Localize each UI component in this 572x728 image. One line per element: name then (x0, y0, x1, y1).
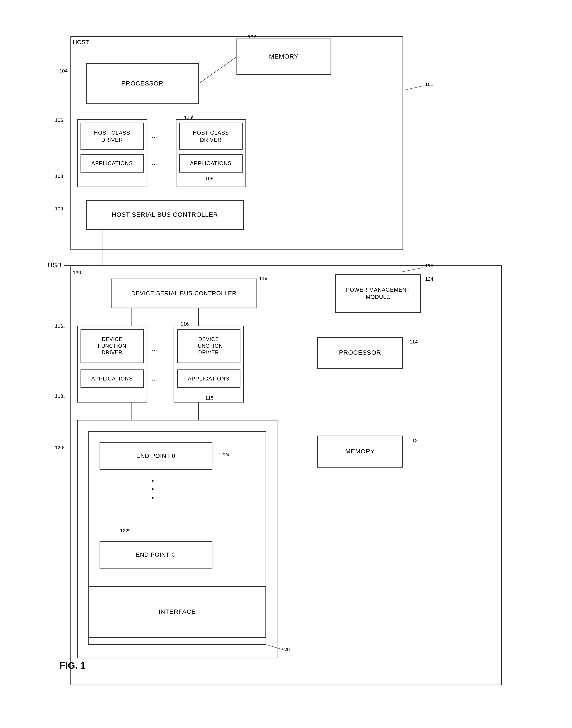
page: HOST 102 101 MEMORY PROCESSOR 104 106₁ H… (28, 14, 544, 714)
ref-122-c: 122ᶜ (120, 528, 130, 534)
ref-104: 104 (60, 68, 68, 74)
svg-line-34 (403, 86, 423, 90)
ref-110: 110 (425, 263, 434, 268)
epc-box: END POINT C (100, 541, 212, 568)
svg-line-35 (401, 268, 423, 272)
dots-dfd: ... (151, 344, 158, 353)
ref-120-i: 120ᴵ (282, 647, 291, 653)
hcd1-box: HOST CLASSDRIVER (81, 123, 144, 150)
dfd2-box: DEVICEFUNCTIONDRIVER (177, 329, 240, 363)
hsbc-box: HOST SERIAL BUS CONTROLLER (86, 200, 243, 230)
app1-box: APPLICATIONS (81, 154, 144, 172)
ep0-box: END POINT 0 (100, 442, 212, 470)
ref-116-i: 116ᴵ (181, 321, 190, 327)
ref-118-1: 118₁ (55, 393, 65, 399)
ref-108-i: 108ᴵ (205, 176, 215, 181)
app2-box: APPLICATIONS (180, 154, 242, 172)
diagram: HOST 102 101 MEMORY PROCESSOR 104 106₁ H… (42, 27, 531, 701)
dfd1-box: DEVICEFUNCTIONDRIVER (81, 329, 144, 363)
ref-119: 119 (259, 275, 268, 281)
interface-box: INTERFACE (89, 586, 266, 638)
dapp1-box: APPLICATIONS (81, 370, 144, 388)
ref-118-i: 118ᴵ (205, 395, 215, 401)
pm-box: POWER MANAGEMENTMODULE (336, 274, 421, 313)
processor-box: PROCESSOR (86, 64, 199, 104)
ref-116-1: 116₁ (55, 323, 65, 329)
proc2-box: PROCESSOR (317, 337, 403, 369)
ep-dots: ••• (151, 476, 154, 502)
mem2-box: MEMORY (317, 436, 403, 467)
hcd2-box: HOST CLASSDRIVER (180, 123, 242, 150)
ref-109: 109 (55, 206, 63, 212)
ref-108-1: 108₁ (55, 173, 65, 179)
ref-106-i: 106ᴵ (184, 115, 193, 120)
ref-101: 101 (425, 81, 434, 87)
svg-line-26 (199, 57, 237, 84)
ref-120-1: 120₁ (55, 445, 65, 451)
ref-112: 112 (410, 438, 418, 443)
ref-114: 114 (410, 339, 418, 345)
host-label: HOST (73, 39, 89, 46)
memory-box: MEMORY (237, 39, 331, 75)
fig-label: FIG. 1 (60, 660, 86, 671)
dsbc-box: DEVICE SERIAL BUS CONTROLLER (111, 279, 257, 308)
ref-130: 130 (73, 270, 81, 276)
ref-106-1: 106₁ (55, 117, 65, 123)
ref-124: 124 (425, 276, 434, 282)
ref-122-0: 122₀ (219, 452, 229, 458)
dots-hcd: ... (151, 131, 158, 140)
usb-label: USB (48, 261, 62, 269)
dots-app: ... (151, 158, 158, 167)
dots-dapp: ... (151, 373, 158, 383)
dapp2-box: APPLICATIONS (177, 370, 240, 388)
